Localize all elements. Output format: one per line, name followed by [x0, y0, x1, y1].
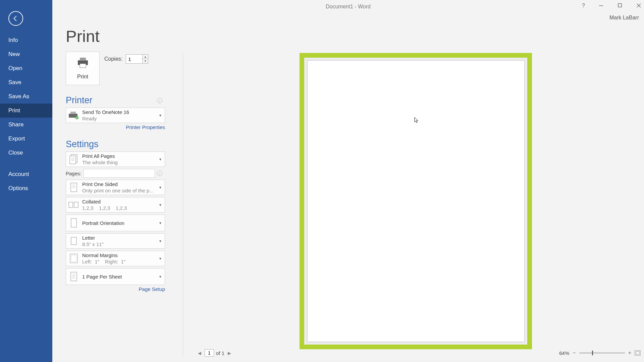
print-panel: Print Print Copies: ▲ ▼ Printer i [66, 27, 165, 292]
print-button-label: Print [77, 74, 88, 80]
page-setup-link[interactable]: Page Setup [139, 286, 165, 292]
print-button[interactable]: Print [66, 52, 100, 85]
svg-rect-23 [70, 254, 77, 263]
nav-save[interactable]: Save [0, 75, 52, 89]
paper-icon [68, 235, 79, 247]
margins-dropdown[interactable]: Normal Margins Left: 1" Right: 1" ▼ [66, 251, 165, 266]
printer-name: Send To OneNote 16 [82, 109, 157, 115]
nav-account[interactable]: Account [0, 167, 52, 181]
chevron-down-icon: ▼ [159, 257, 162, 260]
preview-area [304, 58, 527, 345]
chevron-down-icon: ▼ [159, 114, 162, 117]
help-button[interactable]: ? [582, 3, 585, 9]
page-title: Print [66, 27, 165, 46]
pages-label: Pages: [66, 171, 82, 176]
svg-rect-1 [618, 4, 622, 7]
maximize-button[interactable] [618, 3, 623, 9]
preview-page [307, 60, 525, 342]
nav-save-as[interactable]: Save As [0, 89, 52, 104]
close-button[interactable] [637, 3, 641, 9]
zoom-slider[interactable] [579, 352, 625, 354]
collate-icon [68, 199, 79, 210]
minimize-button[interactable] [599, 3, 604, 9]
title-bar: Document1 - Word [52, 0, 644, 12]
chevron-down-icon: ▼ [159, 203, 162, 207]
printer-dropdown[interactable]: Send To OneNote 16 Ready ▼ [66, 108, 165, 123]
zoom-in-button[interactable]: + [628, 350, 631, 356]
printer-status-icon [68, 110, 79, 121]
svg-rect-6 [80, 64, 86, 68]
collate-dropdown[interactable]: Collated 1,2,3 1,2,3 1,2,3 ▼ [66, 197, 165, 213]
scope-subtitle: The whole thing [82, 160, 157, 165]
preview-highlight [300, 53, 532, 349]
svg-rect-15 [71, 183, 77, 192]
nav-new[interactable]: New [0, 47, 52, 61]
sides-dropdown[interactable]: Print One Sided Only print on one side o… [66, 180, 165, 195]
vertical-divider [183, 53, 183, 357]
copies-down-button[interactable]: ▼ [143, 59, 148, 63]
per-sheet-icon [68, 271, 79, 282]
svg-rect-25 [71, 272, 77, 281]
printer-status: Ready [82, 116, 157, 121]
margins-subtitle: Left: 1" Right: 1" [82, 259, 157, 264]
nav-export[interactable]: Export [0, 132, 52, 146]
chevron-down-icon: ▼ [159, 158, 162, 161]
orientation-dropdown[interactable]: Portrait Orientation ▼ [66, 215, 165, 231]
print-scope-dropdown[interactable]: Print All Pages The whole thing ▼ [66, 152, 165, 167]
svg-rect-20 [74, 202, 78, 207]
paper-title: Letter [82, 235, 157, 241]
printer-info-icon[interactable]: i [157, 98, 162, 103]
nav-open[interactable]: Open [0, 61, 52, 75]
svg-rect-19 [69, 202, 73, 207]
svg-rect-8 [70, 112, 76, 114]
printer-icon [76, 57, 89, 71]
svg-rect-22 [71, 237, 76, 245]
copies-up-button[interactable]: ▲ [143, 55, 148, 59]
pages-info-icon[interactable]: i [157, 171, 162, 176]
svg-rect-5 [80, 58, 86, 61]
portrait-icon [68, 217, 79, 229]
sides-title: Print One Sided [82, 181, 157, 187]
zoom-out-button[interactable]: − [573, 350, 576, 356]
nav-info[interactable]: Info [0, 33, 52, 47]
page-icon [68, 182, 79, 193]
prev-page-button[interactable]: ◀ [197, 351, 203, 356]
printer-properties-link[interactable]: Printer Properties [126, 124, 165, 130]
svg-rect-21 [71, 219, 76, 227]
page-number-input[interactable] [205, 349, 214, 357]
window-title: Document1 - Word [326, 2, 371, 10]
pages-input[interactable] [84, 169, 155, 178]
paper-size-dropdown[interactable]: Letter 8.5" x 11" ▼ [66, 233, 165, 249]
printer-heading: Printer i [66, 95, 165, 106]
next-page-button[interactable]: ▶ [226, 351, 232, 356]
preview-footer: ◀ of 1 ▶ 64% − + [186, 349, 644, 357]
back-button[interactable] [8, 11, 23, 26]
pages-icon [68, 154, 79, 165]
per-sheet-title: 1 Page Per Sheet [82, 274, 157, 280]
page-total-label: of 1 [216, 350, 224, 356]
user-name: Mark LaBarr [609, 15, 639, 21]
copies-input[interactable] [126, 55, 142, 63]
zoom-percent: 64% [559, 350, 569, 356]
sides-subtitle: Only print on one side of the p... [82, 188, 157, 193]
nav-options[interactable]: Options [0, 181, 52, 195]
paper-subtitle: 8.5" x 11" [82, 241, 157, 247]
chevron-down-icon: ▼ [159, 275, 162, 279]
margins-icon [68, 253, 79, 264]
nav-close[interactable]: Close [0, 146, 52, 160]
margins-title: Normal Margins [82, 252, 157, 258]
collate-title: Collated [82, 199, 157, 204]
zoom-to-page-button[interactable] [635, 350, 641, 356]
scope-title: Print All Pages [82, 153, 157, 159]
copies-label: Copies: [104, 56, 122, 62]
pages-per-sheet-dropdown[interactable]: 1 Page Per Sheet ▼ [66, 268, 165, 285]
backstage-sidebar: Info New Open Save Save As Print Share E… [0, 0, 52, 362]
copies-spinner[interactable]: ▲ ▼ [126, 54, 148, 64]
settings-heading: Settings [66, 139, 165, 149]
nav-share[interactable]: Share [0, 118, 52, 132]
orientation-title: Portrait Orientation [82, 220, 157, 226]
svg-rect-11 [70, 156, 76, 164]
nav-print[interactable]: Print [0, 104, 52, 118]
collate-subtitle: 1,2,3 1,2,3 1,2,3 [82, 205, 157, 211]
chevron-down-icon: ▼ [159, 186, 162, 189]
